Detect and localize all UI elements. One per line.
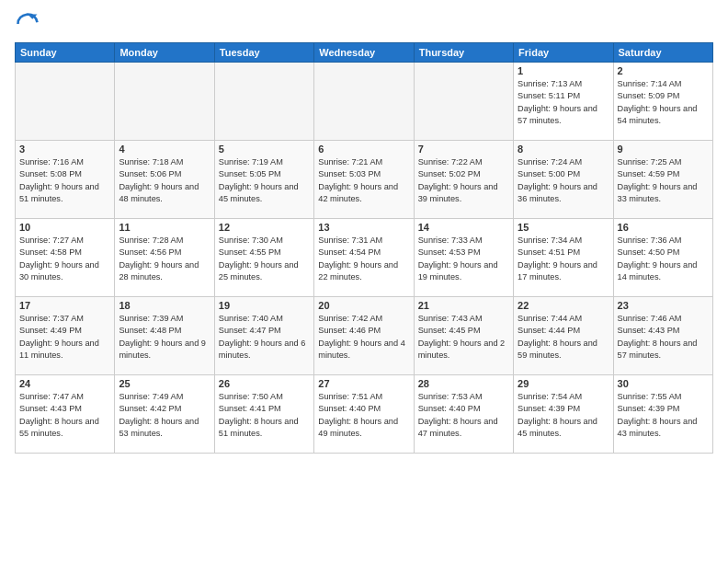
calendar-cell: 2Sunrise: 7:14 AM Sunset: 5:09 PM Daylig… bbox=[613, 63, 712, 141]
day-info: Sunrise: 7:49 AM Sunset: 4:42 PM Dayligh… bbox=[119, 391, 210, 440]
calendar-cell: 20Sunrise: 7:42 AM Sunset: 4:46 PM Dayli… bbox=[314, 297, 414, 375]
day-number: 1 bbox=[518, 65, 609, 76]
day-info: Sunrise: 7:25 AM Sunset: 4:59 PM Dayligh… bbox=[618, 156, 709, 205]
calendar-cell bbox=[414, 63, 513, 141]
day-number: 12 bbox=[219, 222, 310, 233]
calendar-cell bbox=[214, 63, 313, 141]
day-number: 13 bbox=[318, 222, 409, 233]
day-number: 23 bbox=[618, 300, 709, 311]
day-number: 29 bbox=[518, 378, 609, 389]
day-info: Sunrise: 7:13 AM Sunset: 5:11 PM Dayligh… bbox=[518, 78, 609, 127]
calendar-header-tuesday: Tuesday bbox=[214, 43, 313, 63]
calendar-cell: 6Sunrise: 7:21 AM Sunset: 5:03 PM Daylig… bbox=[314, 141, 414, 219]
day-info: Sunrise: 7:43 AM Sunset: 4:45 PM Dayligh… bbox=[418, 313, 509, 362]
calendar-cell: 21Sunrise: 7:43 AM Sunset: 4:45 PM Dayli… bbox=[414, 297, 513, 375]
calendar-week-1: 3Sunrise: 7:16 AM Sunset: 5:08 PM Daylig… bbox=[16, 141, 713, 219]
calendar-week-4: 24Sunrise: 7:47 AM Sunset: 4:43 PM Dayli… bbox=[16, 375, 713, 454]
calendar-week-0: 1Sunrise: 7:13 AM Sunset: 5:11 PM Daylig… bbox=[16, 63, 713, 141]
calendar-header-sunday: Sunday bbox=[16, 43, 115, 63]
day-number: 15 bbox=[518, 222, 609, 233]
calendar-header-saturday: Saturday bbox=[613, 43, 712, 63]
calendar-cell: 5Sunrise: 7:19 AM Sunset: 5:05 PM Daylig… bbox=[214, 141, 313, 219]
calendar-cell: 13Sunrise: 7:31 AM Sunset: 4:54 PM Dayli… bbox=[314, 219, 414, 297]
day-info: Sunrise: 7:33 AM Sunset: 4:53 PM Dayligh… bbox=[418, 235, 509, 283]
day-number: 25 bbox=[119, 378, 210, 389]
calendar-cell: 25Sunrise: 7:49 AM Sunset: 4:42 PM Dayli… bbox=[115, 375, 214, 454]
calendar-header-thursday: Thursday bbox=[414, 43, 513, 63]
page: SundayMondayTuesdayWednesdayThursdayFrid… bbox=[0, 0, 728, 563]
calendar-cell: 29Sunrise: 7:54 AM Sunset: 4:39 PM Dayli… bbox=[514, 375, 613, 454]
day-info: Sunrise: 7:31 AM Sunset: 4:54 PM Dayligh… bbox=[318, 235, 409, 283]
calendar-cell: 17Sunrise: 7:37 AM Sunset: 4:49 PM Dayli… bbox=[16, 297, 115, 375]
day-info: Sunrise: 7:40 AM Sunset: 4:47 PM Dayligh… bbox=[219, 313, 310, 362]
day-number: 14 bbox=[418, 222, 509, 233]
day-number: 8 bbox=[518, 144, 609, 155]
day-number: 21 bbox=[418, 300, 509, 311]
day-number: 16 bbox=[618, 222, 709, 233]
calendar-cell: 14Sunrise: 7:33 AM Sunset: 4:53 PM Dayli… bbox=[414, 219, 513, 297]
calendar-cell: 16Sunrise: 7:36 AM Sunset: 4:50 PM Dayli… bbox=[613, 219, 712, 297]
calendar-cell: 22Sunrise: 7:44 AM Sunset: 4:44 PM Dayli… bbox=[514, 297, 613, 375]
calendar-cell: 24Sunrise: 7:47 AM Sunset: 4:43 PM Dayli… bbox=[16, 375, 115, 454]
day-info: Sunrise: 7:30 AM Sunset: 4:55 PM Dayligh… bbox=[219, 235, 310, 283]
calendar-cell: 30Sunrise: 7:55 AM Sunset: 4:39 PM Dayli… bbox=[613, 375, 712, 454]
day-info: Sunrise: 7:24 AM Sunset: 5:00 PM Dayligh… bbox=[518, 156, 609, 205]
day-number: 30 bbox=[618, 378, 709, 389]
day-info: Sunrise: 7:34 AM Sunset: 4:51 PM Dayligh… bbox=[518, 235, 609, 283]
calendar-cell: 9Sunrise: 7:25 AM Sunset: 4:59 PM Daylig… bbox=[613, 141, 712, 219]
day-info: Sunrise: 7:53 AM Sunset: 4:40 PM Dayligh… bbox=[418, 391, 509, 440]
calendar-cell: 19Sunrise: 7:40 AM Sunset: 4:47 PM Dayli… bbox=[214, 297, 313, 375]
day-number: 22 bbox=[518, 300, 609, 311]
calendar-header-monday: Monday bbox=[115, 43, 214, 63]
day-info: Sunrise: 7:44 AM Sunset: 4:44 PM Dayligh… bbox=[518, 313, 609, 362]
calendar-cell: 8Sunrise: 7:24 AM Sunset: 5:00 PM Daylig… bbox=[514, 141, 613, 219]
day-number: 7 bbox=[418, 144, 509, 155]
logo bbox=[15, 11, 44, 37]
day-info: Sunrise: 7:47 AM Sunset: 4:43 PM Dayligh… bbox=[19, 391, 110, 440]
day-info: Sunrise: 7:27 AM Sunset: 4:58 PM Dayligh… bbox=[19, 235, 110, 283]
day-info: Sunrise: 7:36 AM Sunset: 4:50 PM Dayligh… bbox=[618, 235, 709, 283]
calendar-cell: 26Sunrise: 7:50 AM Sunset: 4:41 PM Dayli… bbox=[214, 375, 313, 454]
calendar-header-friday: Friday bbox=[514, 43, 613, 63]
day-info: Sunrise: 7:51 AM Sunset: 4:40 PM Dayligh… bbox=[318, 391, 409, 440]
day-number: 2 bbox=[618, 65, 709, 76]
day-number: 28 bbox=[418, 378, 509, 389]
calendar-cell: 3Sunrise: 7:16 AM Sunset: 5:08 PM Daylig… bbox=[16, 141, 115, 219]
calendar-header-row: SundayMondayTuesdayWednesdayThursdayFrid… bbox=[16, 43, 713, 63]
day-info: Sunrise: 7:28 AM Sunset: 4:56 PM Dayligh… bbox=[119, 235, 210, 283]
calendar-cell bbox=[314, 63, 414, 141]
day-info: Sunrise: 7:50 AM Sunset: 4:41 PM Dayligh… bbox=[219, 391, 310, 440]
calendar-cell: 18Sunrise: 7:39 AM Sunset: 4:48 PM Dayli… bbox=[115, 297, 214, 375]
day-number: 5 bbox=[219, 144, 310, 155]
day-number: 4 bbox=[119, 144, 210, 155]
calendar: SundayMondayTuesdayWednesdayThursdayFrid… bbox=[15, 42, 713, 454]
calendar-cell: 28Sunrise: 7:53 AM Sunset: 4:40 PM Dayli… bbox=[414, 375, 513, 454]
day-info: Sunrise: 7:55 AM Sunset: 4:39 PM Dayligh… bbox=[618, 391, 709, 440]
day-info: Sunrise: 7:19 AM Sunset: 5:05 PM Dayligh… bbox=[219, 156, 310, 205]
calendar-week-2: 10Sunrise: 7:27 AM Sunset: 4:58 PM Dayli… bbox=[16, 219, 713, 297]
day-number: 6 bbox=[318, 144, 409, 155]
calendar-cell: 1Sunrise: 7:13 AM Sunset: 5:11 PM Daylig… bbox=[514, 63, 613, 141]
calendar-header-wednesday: Wednesday bbox=[314, 43, 414, 63]
day-number: 3 bbox=[19, 144, 110, 155]
calendar-cell: 10Sunrise: 7:27 AM Sunset: 4:58 PM Dayli… bbox=[16, 219, 115, 297]
day-info: Sunrise: 7:21 AM Sunset: 5:03 PM Dayligh… bbox=[318, 156, 409, 205]
calendar-cell bbox=[16, 63, 115, 141]
calendar-cell: 23Sunrise: 7:46 AM Sunset: 4:43 PM Dayli… bbox=[613, 297, 712, 375]
day-info: Sunrise: 7:18 AM Sunset: 5:06 PM Dayligh… bbox=[119, 156, 210, 205]
day-number: 24 bbox=[19, 378, 110, 389]
day-number: 19 bbox=[219, 300, 310, 311]
day-info: Sunrise: 7:54 AM Sunset: 4:39 PM Dayligh… bbox=[518, 391, 609, 440]
day-number: 20 bbox=[318, 300, 409, 311]
logo-icon bbox=[15, 11, 40, 37]
day-info: Sunrise: 7:42 AM Sunset: 4:46 PM Dayligh… bbox=[318, 313, 409, 362]
day-number: 26 bbox=[219, 378, 310, 389]
calendar-cell: 7Sunrise: 7:22 AM Sunset: 5:02 PM Daylig… bbox=[414, 141, 513, 219]
day-number: 11 bbox=[119, 222, 210, 233]
day-number: 18 bbox=[119, 300, 210, 311]
day-number: 17 bbox=[19, 300, 110, 311]
header bbox=[15, 11, 713, 37]
day-number: 9 bbox=[618, 144, 709, 155]
calendar-cell: 12Sunrise: 7:30 AM Sunset: 4:55 PM Dayli… bbox=[214, 219, 313, 297]
calendar-cell: 4Sunrise: 7:18 AM Sunset: 5:06 PM Daylig… bbox=[115, 141, 214, 219]
